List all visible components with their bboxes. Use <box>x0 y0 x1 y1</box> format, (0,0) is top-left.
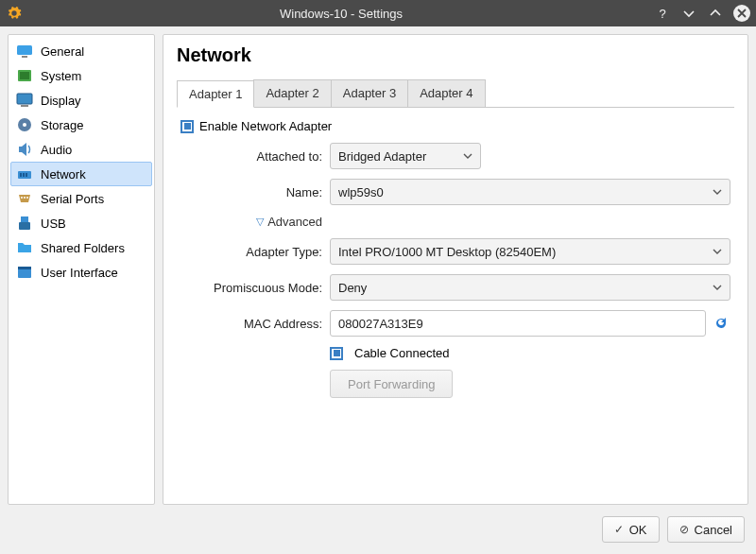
cable-connected-label: Cable Connected <box>354 346 449 360</box>
svg-rect-15 <box>21 216 28 222</box>
serial-icon <box>16 190 33 207</box>
tab-adapter-4[interactable]: Adapter 4 <box>407 79 485 107</box>
svg-point-13 <box>24 197 26 199</box>
chevron-down-icon <box>463 151 472 161</box>
mac-address-label: MAC Address: <box>180 317 330 331</box>
svg-rect-9 <box>20 173 22 177</box>
window-title: Windows-10 - Settings <box>28 7 654 21</box>
folder-icon <box>16 239 33 256</box>
sidebar-item-usb[interactable]: USB <box>10 211 152 235</box>
promiscuous-mode-label: Promiscuous Mode: <box>180 281 330 295</box>
chevron-down-icon <box>713 283 722 292</box>
sidebar-item-label: Serial Ports <box>41 192 104 206</box>
svg-point-12 <box>21 197 23 199</box>
adapter-type-select[interactable]: Intel PRO/1000 MT Desktop (82540EM) <box>330 238 730 265</box>
sidebar: General System Display Storage Audio Net… <box>8 34 155 505</box>
tab-adapter-3[interactable]: Adapter 3 <box>331 79 408 107</box>
usb-icon <box>16 215 33 232</box>
svg-rect-0 <box>17 45 32 55</box>
advanced-label: Advanced <box>267 215 322 229</box>
display-icon <box>16 92 33 109</box>
sidebar-item-storage[interactable]: Storage <box>10 113 152 137</box>
tab-adapter-1[interactable]: Adapter 1 <box>177 80 254 108</box>
name-select[interactable]: wlp59s0 <box>330 179 730 205</box>
name-label: Name: <box>180 185 330 199</box>
gear-icon <box>6 5 23 22</box>
maximize-icon[interactable] <box>707 5 724 22</box>
enable-adapter-label: Enable Network Adapter <box>199 119 332 133</box>
page-title: Network <box>177 44 734 66</box>
sidebar-item-system[interactable]: System <box>10 63 152 88</box>
sidebar-item-label: USB <box>41 216 66 231</box>
sidebar-item-label: Display <box>41 94 81 108</box>
name-value: wlp59s0 <box>338 185 384 199</box>
sidebar-item-user-interface[interactable]: User Interface <box>10 260 152 285</box>
audio-icon <box>16 141 33 158</box>
sidebar-item-shared-folders[interactable]: Shared Folders <box>10 235 152 260</box>
system-icon <box>16 67 33 84</box>
main-panel: Network Adapter 1 Adapter 2 Adapter 3 Ad… <box>163 34 748 505</box>
sidebar-item-label: Audio <box>41 143 72 157</box>
close-icon[interactable] <box>733 5 750 22</box>
port-forwarding-button: Port Forwarding <box>330 370 453 398</box>
svg-rect-4 <box>17 94 32 104</box>
minimize-icon[interactable] <box>680 5 697 22</box>
cancel-label: Cancel <box>695 523 732 537</box>
enable-adapter-checkbox[interactable] <box>180 120 194 133</box>
sidebar-item-label: User Interface <box>41 266 118 280</box>
svg-rect-16 <box>19 222 30 230</box>
attached-to-select[interactable]: Bridged Adapter <box>330 143 481 169</box>
triangle-down-icon: ▽ <box>256 216 264 228</box>
sidebar-item-label: Network <box>41 167 86 182</box>
svg-point-14 <box>26 197 28 199</box>
attached-to-label: Attached to: <box>180 149 330 164</box>
adapter-type-label: Adapter Type: <box>180 245 330 259</box>
svg-rect-18 <box>18 267 31 269</box>
network-icon <box>16 165 33 182</box>
sidebar-item-serial-ports[interactable]: Serial Ports <box>10 186 152 211</box>
tabs: Adapter 1 Adapter 2 Adapter 3 Adapter 4 <box>177 79 734 108</box>
sidebar-item-label: Storage <box>41 118 84 132</box>
check-icon: ✓ <box>614 523 624 536</box>
dialog-footer: ✓ OK ⊘ Cancel <box>0 512 756 554</box>
general-icon <box>16 43 33 60</box>
sidebar-item-general[interactable]: General <box>10 39 152 63</box>
attached-to-value: Bridged Adapter <box>338 149 426 164</box>
refresh-mac-button[interactable] <box>712 314 730 333</box>
svg-rect-11 <box>26 173 27 177</box>
advanced-toggle[interactable]: ▽ Advanced <box>256 215 322 229</box>
svg-rect-1 <box>22 56 27 58</box>
ok-button[interactable]: ✓ OK <box>602 516 660 543</box>
cable-connected-checkbox[interactable] <box>330 347 343 360</box>
tab-adapter-2[interactable]: Adapter 2 <box>253 79 331 107</box>
chevron-down-icon <box>713 187 722 197</box>
cancel-icon: ⊘ <box>679 523 689 536</box>
ui-icon <box>16 264 33 281</box>
svg-point-7 <box>23 123 26 127</box>
mac-address-value: 080027A313E9 <box>338 317 423 331</box>
svg-rect-5 <box>21 105 28 107</box>
sidebar-item-audio[interactable]: Audio <box>10 137 152 162</box>
adapter-type-value: Intel PRO/1000 MT Desktop (82540EM) <box>338 245 556 259</box>
mac-address-input[interactable]: 080027A313E9 <box>330 310 706 337</box>
titlebar: Windows-10 - Settings ? <box>0 0 756 26</box>
chevron-down-icon <box>713 247 722 256</box>
promiscuous-mode-select[interactable]: Deny <box>330 274 730 301</box>
ok-label: OK <box>629 523 647 537</box>
help-icon[interactable]: ? <box>654 5 671 22</box>
svg-rect-3 <box>20 72 29 79</box>
sidebar-item-network[interactable]: Network <box>10 162 152 186</box>
sidebar-item-label: Shared Folders <box>41 241 125 255</box>
sidebar-item-display[interactable]: Display <box>10 88 152 113</box>
promiscuous-mode-value: Deny <box>338 281 367 295</box>
svg-rect-10 <box>23 173 25 177</box>
storage-icon <box>16 116 33 133</box>
cancel-button[interactable]: ⊘ Cancel <box>667 516 745 543</box>
sidebar-item-label: General <box>41 44 84 59</box>
sidebar-item-label: System <box>41 69 81 83</box>
